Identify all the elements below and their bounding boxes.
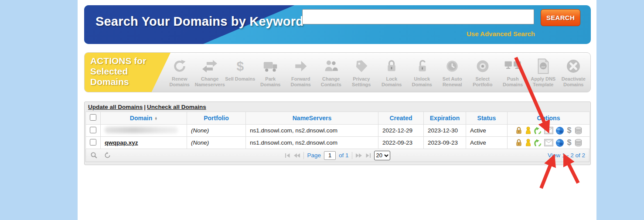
- last-page-button[interactable]: [365, 153, 371, 158]
- action-change-nameservers[interactable]: Change Nameservers: [195, 56, 225, 90]
- dns-globe-icon[interactable]: [555, 126, 564, 135]
- lock-icon[interactable]: [515, 139, 523, 147]
- status-value: Active: [466, 125, 508, 137]
- action-push-domains[interactable]: Push Domains: [498, 56, 528, 90]
- lock-icon[interactable]: [515, 126, 523, 135]
- action-unlock-domains[interactable]: Unlock Domains: [407, 56, 437, 90]
- actions-toolbar: ACTIONS for Selected Domains Renew Domai…: [84, 52, 591, 92]
- toolbar-actions-row: Renew Domains Change Nameservers $ Sell …: [164, 56, 589, 90]
- toolbar-action-label: Privacy Settings: [346, 76, 377, 88]
- page-number-input[interactable]: [324, 151, 336, 160]
- table-header-row: Domain▲▼ Portfolio NameServers Created E…: [86, 112, 590, 125]
- action-set-auto-renewal[interactable]: Set Auto Renewal: [437, 56, 468, 90]
- previous-page-button[interactable]: [293, 153, 300, 158]
- sell-dollar-icon[interactable]: $: [566, 139, 572, 147]
- row-option-icons: $: [515, 139, 583, 147]
- page-canvas: Search Your Domains by Keyword SEARCH Us…: [0, 0, 644, 220]
- next-page-button[interactable]: [355, 153, 362, 158]
- action-forward-domains[interactable]: Forward Domains: [286, 56, 316, 90]
- toolbar-action-label: Apply DNS Template: [528, 76, 559, 88]
- domains-table: Domain▲▼ Portfolio NameServers Created E…: [85, 112, 590, 149]
- page-size-select[interactable]: 20: [374, 151, 390, 160]
- domain-header-label: Domain: [130, 115, 152, 122]
- sort-icon[interactable]: ▲▼: [154, 117, 157, 121]
- update-all-domains-link[interactable]: Update all Domains: [88, 104, 143, 110]
- pagination-divider: [303, 152, 304, 159]
- tag-icon: [354, 56, 369, 76]
- toolbar-action-label: Renew Domains: [164, 76, 195, 88]
- nameservers-value: ns1.dnsowl.com, ns2.dnsowl.com: [246, 125, 378, 137]
- column-header-portfolio: Portfolio: [187, 112, 246, 125]
- column-header-expiration: Expiration: [424, 112, 466, 125]
- swap-arrows-icon: [201, 56, 218, 76]
- nameservers-value: ns1.dnsowl.com, ns2.dnsowl.com: [246, 137, 378, 149]
- banner-title: Search Your Domains by Keyword: [95, 14, 303, 29]
- svg-text:$: $: [567, 139, 571, 147]
- action-lock-domains[interactable]: Lock Domains: [377, 56, 407, 90]
- search-button[interactable]: SEARCH: [541, 9, 580, 26]
- action-deactivate-domains[interactable]: Deactivate Domains: [559, 56, 589, 90]
- action-renew-domains[interactable]: Renew Domains: [164, 56, 195, 90]
- domain-link[interactable]: qwqpap.xyz: [105, 139, 138, 146]
- toolbar-action-label: Change Contacts: [316, 76, 347, 88]
- pagination-divider: [352, 152, 352, 159]
- row-option-icons: $: [515, 126, 583, 135]
- select-all-checkbox[interactable]: [90, 114, 96, 121]
- toolbar-action-label: Change Nameservers: [195, 76, 225, 88]
- email-icon[interactable]: [544, 127, 553, 134]
- arrow-right-icon: [293, 56, 308, 76]
- action-apply-dns-template[interactable]: Apply DNS Template: [528, 56, 559, 90]
- circle-x-icon: [566, 56, 581, 76]
- sell-dollar-icon[interactable]: $: [566, 126, 572, 135]
- action-select-portfolio[interactable]: Select Portfolio: [467, 56, 498, 90]
- action-change-contacts[interactable]: Change Contacts: [316, 56, 347, 90]
- toolbar-action-label: Set Auto Renewal: [437, 76, 468, 88]
- monitors-icon: [504, 56, 521, 76]
- column-header-options: Options: [508, 112, 590, 125]
- dollar-icon: $: [236, 56, 244, 76]
- created-value: 2022-12-29: [378, 125, 424, 137]
- status-value: Active: [466, 137, 508, 149]
- domain-table-widget: Update all Domains|Uncheck all Domains D…: [84, 102, 591, 165]
- toolbar-action-label: Unlock Domains: [407, 76, 437, 88]
- column-header-created: Created: [378, 112, 424, 125]
- portfolio-value: (None): [191, 139, 209, 146]
- toolbar-action-label: Lock Domains: [377, 76, 407, 88]
- pagination-controls: Page of 1 20: [86, 149, 589, 162]
- padlock-closed-icon: [385, 56, 399, 76]
- use-advanced-search-link[interactable]: Use Advanced Search: [467, 30, 535, 37]
- links-separator: |: [143, 104, 147, 110]
- action-park-domains[interactable]: Park Domains: [256, 56, 286, 90]
- svg-text:$: $: [567, 126, 571, 135]
- clock-icon: [445, 56, 460, 76]
- toolbar-action-label: Forward Domains: [286, 76, 316, 88]
- first-page-button[interactable]: [285, 153, 290, 158]
- toolbar-action-label: Park Domains: [256, 76, 286, 88]
- privacy-figure-icon[interactable]: [525, 126, 532, 135]
- view-summary: View 1 - 2 of 2: [548, 152, 585, 159]
- pagination-bar: Page of 1 20 View 1 - 2 of 2: [85, 149, 589, 162]
- search-banner: Search Your Domains by Keyword SEARCH Us…: [84, 5, 591, 44]
- email-icon[interactable]: [544, 139, 553, 146]
- domain-keyword-search-input[interactable]: [302, 9, 534, 24]
- row-checkbox[interactable]: [90, 139, 96, 146]
- auto-renew-icon[interactable]: [534, 126, 542, 135]
- dns-globe-icon[interactable]: [555, 139, 564, 147]
- table-row: (None) ns1.dnsowl.com, ns2.dnsowl.com 20…: [86, 125, 590, 137]
- action-privacy-settings[interactable]: Privacy Settings: [346, 56, 377, 90]
- page-of-label: of 1: [339, 152, 349, 159]
- portfolio-db-icon[interactable]: [574, 139, 583, 147]
- column-header-domain[interactable]: Domain▲▼: [101, 112, 187, 125]
- toolbar-action-label: Deactivate Domains: [559, 76, 589, 88]
- auto-renew-icon[interactable]: [534, 139, 542, 147]
- truck-icon: [262, 56, 278, 76]
- portfolio-db-icon[interactable]: [574, 126, 583, 135]
- column-header-nameservers: NameServers: [246, 112, 378, 125]
- uncheck-all-domains-link[interactable]: Uncheck all Domains: [147, 104, 206, 110]
- toolbar-action-label: Select Portfolio: [467, 76, 498, 88]
- row-checkbox[interactable]: [90, 127, 96, 133]
- action-sell-domains[interactable]: $ Sell Domains: [225, 56, 256, 90]
- privacy-figure-icon[interactable]: [525, 139, 532, 147]
- toolbar-action-label: Push Domains: [498, 76, 528, 88]
- column-header-status: Status: [466, 112, 508, 125]
